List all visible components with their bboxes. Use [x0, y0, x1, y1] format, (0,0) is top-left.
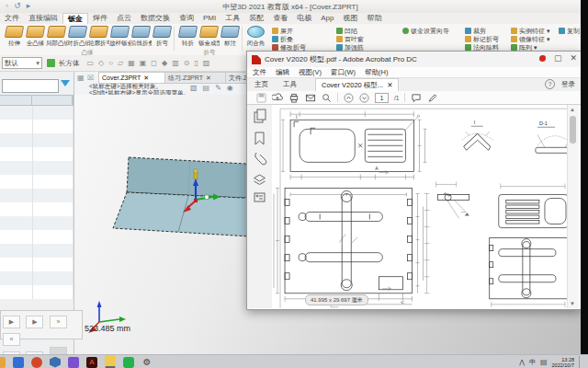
play-from-button[interactable]: ▶ — [26, 316, 43, 328]
close-icon[interactable]: ✕ — [387, 81, 392, 89]
pencil-icon[interactable]: ✎ — [215, 84, 221, 92]
ribbon-button-closed-corner[interactable]: 闭合角 — [245, 26, 266, 48]
model-tree-icon[interactable] — [254, 193, 265, 201]
ribbon-button-jog[interactable]: 转折 — [177, 26, 198, 48]
table-row[interactable] — [0, 244, 74, 258]
taskbar-zw3d[interactable] — [50, 357, 61, 368]
bookmarks-icon[interactable] — [255, 132, 264, 144]
tab-assembly[interactable]: 装配 — [244, 13, 268, 24]
tab-pmi[interactable]: PMI — [198, 13, 220, 24]
tab-file[interactable]: 文件 — [0, 13, 24, 24]
pencil-icon[interactable] — [427, 93, 438, 103]
table-row[interactable] — [0, 230, 74, 244]
mini-copy[interactable]: 复制 — [559, 27, 580, 35]
attachments-icon[interactable] — [255, 153, 267, 165]
layers-icon[interactable] — [254, 175, 266, 185]
tab-pointcloud[interactable]: 点云 — [112, 13, 136, 24]
ribbon-button-profile-bend[interactable]: 轮廓折弯 — [88, 26, 109, 48]
pdf-page-canvas[interactable]: I — [272, 105, 568, 308]
page-down-icon[interactable] — [359, 93, 369, 103]
table-row[interactable] — [0, 175, 74, 189]
touch-keyboard-icon[interactable]: ▤ — [540, 358, 548, 366]
taskbar-app-blue[interactable] — [13, 357, 24, 368]
filter-icon[interactable]: ▥ — [172, 59, 179, 67]
save-icon[interactable] — [256, 93, 266, 103]
taskbar-file-explorer[interactable] — [105, 355, 116, 368]
pages-icon[interactable] — [254, 109, 266, 122]
taskbar-settings[interactable]: ⚙ — [141, 357, 153, 368]
entity-cube-icon[interactable] — [47, 59, 55, 67]
panel-filter-input[interactable] — [2, 79, 59, 93]
ribbon-button-bend[interactable]: 折弯 — [152, 26, 173, 48]
print-icon[interactable] — [288, 93, 300, 103]
table-row[interactable] — [0, 106, 74, 120]
acrobat-window[interactable]: Cover V2020 模型.pdf - Adobe Acrobat Pro D… — [246, 51, 582, 310]
ribbon-button-mark[interactable]: 标注 — [220, 26, 241, 48]
taskbar-clock[interactable]: 13:28 2022/10/7 — [552, 357, 574, 368]
close-all-icon[interactable]: ☒ — [87, 74, 94, 82]
ime-indicator[interactable]: 中 — [529, 358, 536, 367]
table-row[interactable] — [0, 120, 74, 133]
play-step-button[interactable]: ▶ — [3, 316, 20, 328]
close-icon[interactable]: ✕ — [206, 75, 211, 82]
filter-icon[interactable]: ◇ — [98, 59, 104, 67]
history-table[interactable] — [0, 95, 74, 299]
home-tab[interactable]: 主页 — [247, 80, 276, 89]
taskbar-app-purple[interactable] — [68, 357, 79, 368]
split-window-icon[interactable]: ▦ — [77, 74, 85, 82]
tab-visualize[interactable]: 视图 — [338, 13, 362, 24]
ribbon-button-extrude[interactable]: 拉伸 — [4, 26, 25, 48]
filter-icon[interactable]: ▨ — [203, 59, 210, 67]
tab-help[interactable]: 帮助 — [362, 13, 386, 24]
filter-icon[interactable]: ◻ — [151, 59, 157, 67]
funnel-filter-icon[interactable] — [61, 80, 70, 86]
filter-icon[interactable]: ○ — [108, 59, 113, 67]
tab-data-exchange[interactable]: 数据交换 — [136, 13, 175, 24]
ribbon-button-fold-along-line[interactable]: 沿线折叠 — [130, 26, 152, 48]
menu-edit[interactable]: 编辑 — [276, 68, 289, 77]
filter-icon[interactable]: ⊙ — [184, 59, 190, 67]
filter-icon[interactable]: ▱ — [118, 59, 123, 67]
table-row[interactable] — [0, 285, 74, 299]
pick-icon[interactable]: ◉ — [227, 84, 233, 92]
help-icon[interactable]: ? — [545, 79, 555, 89]
ribbon-button-full-flange[interactable]: 全凸缘 — [25, 26, 46, 48]
table-row[interactable] — [0, 216, 74, 230]
close-button[interactable]: ✕ — [570, 53, 577, 63]
filter-combobox[interactable]: 默认 ▾ — [2, 57, 42, 69]
mini-sm-wizard[interactable]: 钣金设置向导 — [402, 27, 449, 35]
filter-icon[interactable]: ▯ — [194, 59, 198, 67]
search-icon[interactable] — [322, 93, 332, 103]
table-row[interactable] — [0, 189, 74, 202]
cloud-upload-icon[interactable] — [272, 93, 283, 103]
pdf-document-tab[interactable]: Cover V2020 模型... ✕ — [315, 78, 399, 91]
clipboard-icon[interactable]: ▤ — [203, 84, 210, 92]
undo-icon[interactable]: ↺ — [14, 1, 21, 10]
page-up-icon[interactable] — [344, 93, 354, 103]
run-icon[interactable]: ▸ — [27, 1, 31, 10]
tab-weldment[interactable]: 焊件 — [88, 13, 112, 24]
doc-tab-practice[interactable]: 练习.Z3PRT✕ — [164, 72, 227, 84]
tab-electrode[interactable]: 电极 — [292, 13, 316, 24]
menu-window[interactable]: 窗口(W) — [331, 68, 356, 77]
ribbon-button-forming[interactable]: 钣金成型 — [198, 26, 220, 48]
close-icon[interactable]: ✕ — [143, 75, 149, 82]
taskbar-wechat[interactable] — [123, 357, 134, 368]
menu-view[interactable]: 视图(V) — [299, 68, 322, 77]
ribbon-button-partial-flange[interactable]: 局部凸缘 — [46, 26, 67, 48]
scroll-down-icon[interactable]: ▼ — [570, 301, 575, 306]
table-row[interactable] — [0, 147, 74, 161]
vertical-scrollbar[interactable]: ▲ ▼ — [567, 105, 579, 308]
expand-icon[interactable]: ▧ — [190, 84, 198, 92]
table-row[interactable] — [0, 258, 74, 271]
taskbar-powerpoint[interactable] — [31, 357, 42, 368]
scroll-up-icon[interactable]: ▲ — [570, 107, 575, 112]
filter-icon[interactable]: ▭ — [87, 59, 95, 67]
play-to-end-button[interactable]: » — [50, 316, 67, 328]
acrobat-title-bar[interactable]: Cover V2020 模型.pdf - Adobe Acrobat Pro D… — [247, 52, 581, 68]
table-row[interactable] — [0, 202, 74, 216]
comment-icon[interactable] — [411, 93, 422, 103]
tab-app[interactable]: App — [316, 13, 338, 24]
menu-file[interactable]: 文件 — [253, 68, 266, 77]
show-desktop-button[interactable] — [579, 356, 582, 368]
